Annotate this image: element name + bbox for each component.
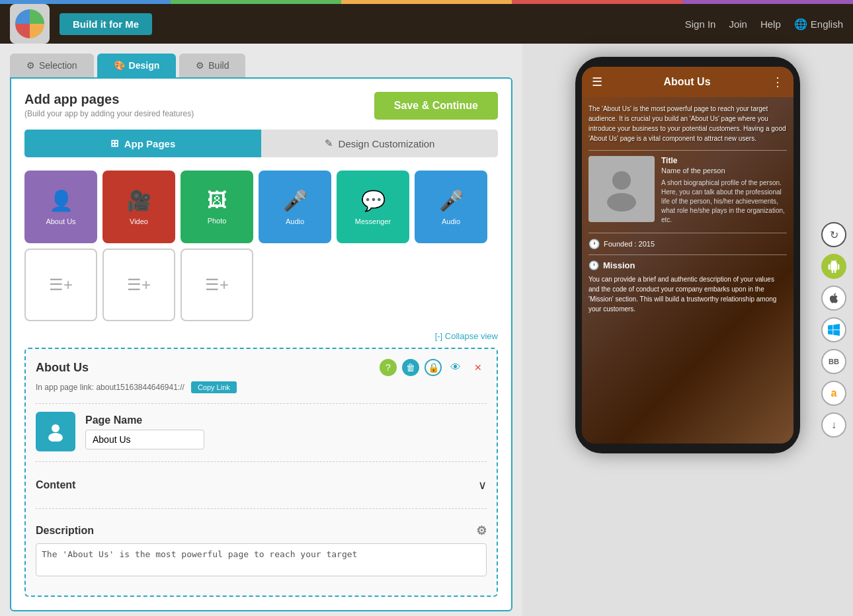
description-label-row: Description ⚙ <box>36 523 487 538</box>
phone-wrapper: ☰ About Us ⋮ The 'About Us' is the most … <box>575 57 800 453</box>
add-icon-1: ☰+ <box>49 276 73 294</box>
panel-icons: ? 🗑 🔒 👁 ✕ <box>380 359 487 376</box>
save-continue-button[interactable]: Save & Continue <box>374 92 498 120</box>
page-label-messenger: Messenger <box>355 217 391 225</box>
main-layout: ⚙ Selection 🎨 Design ⚙ Build Add app pag… <box>0 44 853 616</box>
page-label-video: Video <box>130 217 148 225</box>
description-label: Description <box>36 525 94 537</box>
tab-design-customization[interactable]: ✎ Design Customization <box>261 130 498 157</box>
help-icon[interactable]: ? <box>380 359 397 376</box>
amazon-icon[interactable]: a <box>821 381 846 406</box>
content-box: Add app pages (Build your app by adding … <box>10 77 512 611</box>
eye-icon[interactable]: 👁 <box>447 359 464 376</box>
phone-device: ☰ About Us ⋮ The 'About Us' is the most … <box>575 57 800 453</box>
page-empty-3[interactable]: ☰+ <box>181 249 253 321</box>
sync-icon[interactable]: ↻ <box>821 222 846 247</box>
svg-point-2 <box>48 433 63 442</box>
person-icon: 👤 <box>49 189 73 212</box>
page-empty-1[interactable]: ☰+ <box>24 249 97 321</box>
founded-row: 🕐 Founded : 2015 <box>589 239 787 249</box>
page-messenger[interactable]: 💬 Messenger <box>337 171 409 243</box>
page-audio-1[interactable]: 🎤 Audio <box>259 171 331 243</box>
logo <box>10 4 50 44</box>
windows-icon[interactable] <box>821 317 846 342</box>
header: Build it for Me Sign In Join Help 🌐 Engl… <box>0 4 853 44</box>
add-icon-2: ☰+ <box>127 276 151 294</box>
collapse-link[interactable]: [-] Collapse view <box>435 331 498 341</box>
person-avatar <box>589 156 655 222</box>
content-label: Content <box>36 479 75 491</box>
person-info: Title Name of the person A short biograp… <box>661 156 787 225</box>
add-pages-subtitle: (Build your app by adding your desired f… <box>24 109 194 118</box>
page-audio-2[interactable]: 🎤 Audio <box>415 171 487 243</box>
clock-icon: 🕐 <box>589 239 600 249</box>
page-about-us[interactable]: 👤 About Us <box>24 171 97 243</box>
delete-icon[interactable]: 🗑 <box>402 359 419 376</box>
hamburger-icon: ☰ <box>592 75 602 89</box>
photo-icon: 🖼 <box>207 189 227 212</box>
app-link-row: In app page link: about15163844646941://… <box>36 381 487 393</box>
collapse-row: [-] Collapse view <box>24 331 498 341</box>
language-selector[interactable]: 🌐 English <box>794 18 843 30</box>
app-link-text: In app page link: about15163844646941:// <box>36 383 184 392</box>
apple-icon[interactable] <box>821 286 846 311</box>
add-pages-title: Add app pages <box>24 92 194 107</box>
divider-1 <box>36 403 487 404</box>
tab-design[interactable]: 🎨 Design <box>97 54 177 77</box>
help-link[interactable]: Help <box>760 19 781 30</box>
video-icon: 🎥 <box>127 189 151 212</box>
page-name-icon <box>36 412 75 451</box>
language-label: English <box>811 19 843 30</box>
phone-header: ☰ About Us ⋮ <box>582 67 793 97</box>
android-icon[interactable] <box>821 254 846 279</box>
description-section: Description ⚙ The 'About Us' is the most… <box>36 517 487 586</box>
add-pages-title-group: Add app pages (Build your app by adding … <box>24 92 194 118</box>
page-video[interactable]: 🎥 Video <box>102 171 175 243</box>
mission-icon: 🕐 <box>589 260 599 270</box>
person-bio-text: A short biographical profile of the pers… <box>661 178 787 225</box>
edit-icon: ✎ <box>325 137 333 149</box>
phone-divider-3 <box>589 254 787 255</box>
header-right: Sign In Join Help 🌐 English <box>685 18 843 30</box>
screen-content: ☰ About Us ⋮ The 'About Us' is the most … <box>582 67 793 443</box>
lock-icon[interactable]: 🔒 <box>425 359 442 376</box>
gear-icon[interactable]: ⚙ <box>476 523 487 538</box>
phone-page-title: About Us <box>602 76 772 88</box>
page-label-audio-1: Audio <box>286 217 304 225</box>
divider-2 <box>36 461 487 462</box>
chevron-down-icon: ∨ <box>478 478 487 492</box>
description-textarea[interactable]: The 'About Us' is the most powerful page… <box>36 543 487 576</box>
build-for-me-button[interactable]: Build it for Me <box>60 13 152 35</box>
page-photo[interactable]: 🖼 Photo <box>181 171 253 243</box>
person-name-label: Name of the person <box>661 167 787 174</box>
close-icon[interactable]: ✕ <box>469 359 487 376</box>
mission-text: You can provide a brief and authentic de… <box>589 274 787 314</box>
page-name-input[interactable] <box>85 430 204 449</box>
page-name-row: Page Name <box>36 412 487 451</box>
person-title-label: Title <box>661 156 787 165</box>
copy-link-button[interactable]: Copy Link <box>191 381 237 393</box>
blackberry-icon[interactable]: BB <box>821 349 846 374</box>
page-label-audio-2: Audio <box>442 217 460 225</box>
globe-icon: 🌐 <box>794 18 807 30</box>
side-icons: ↻ BB a ↓ <box>821 222 846 438</box>
content-section[interactable]: Content ∨ <box>36 470 487 500</box>
phone-divider-2 <box>589 233 787 233</box>
sign-in-link[interactable]: Sign In <box>685 19 716 30</box>
tab-build[interactable]: ⚙ Build <box>179 54 245 77</box>
tabs-row: ⚙ Selection 🎨 Design ⚙ Build <box>10 54 512 77</box>
page-empty-2[interactable]: ☰+ <box>102 249 175 321</box>
download-icon[interactable]: ↓ <box>821 412 846 438</box>
right-panel: ☰ About Us ⋮ The 'About Us' is the most … <box>522 44 853 616</box>
sub-tabs: ⊞ App Pages ✎ Design Customization <box>24 130 498 157</box>
tab-app-pages[interactable]: ⊞ App Pages <box>24 130 261 157</box>
tab-selection[interactable]: ⚙ Selection <box>10 54 94 77</box>
add-pages-header: Add app pages (Build your app by adding … <box>24 92 498 120</box>
more-icon: ⋮ <box>772 75 784 89</box>
mission-title: Mission <box>603 260 635 270</box>
page-name-input-group: Page Name <box>85 414 204 449</box>
join-link[interactable]: Join <box>729 19 747 30</box>
build-icon: ⚙ <box>196 60 204 71</box>
founded-text: Founded : 2015 <box>604 240 655 248</box>
svg-point-3 <box>612 171 631 190</box>
